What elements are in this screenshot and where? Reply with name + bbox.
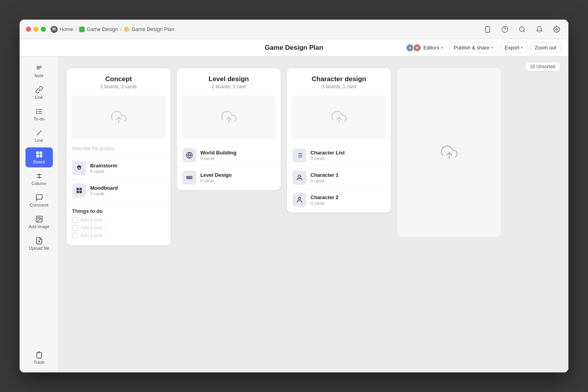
todo-item-3[interactable]: Add a task...: [72, 233, 165, 238]
character-list-count: 0 cards: [310, 156, 385, 161]
sidebar-item-add-image[interactable]: Add image: [25, 212, 53, 232]
sidebar-label-add-image: Add image: [29, 224, 49, 229]
board-item-character-2[interactable]: Character 2 0 cards: [287, 189, 391, 211]
todos-title: Things to do: [72, 208, 165, 214]
zoom-out-label: Zoom out: [535, 45, 556, 51]
svg-point-2: [502, 26, 508, 32]
brainstorm-icon: [76, 165, 83, 172]
breadcrumb-plan[interactable]: Game Design Plan: [124, 26, 174, 32]
sidebar-label-comment: Comment: [30, 203, 49, 207]
comment-icon: [35, 194, 43, 201]
minimize-button[interactable]: [33, 27, 38, 32]
sidebar-item-todo[interactable]: To-do: [25, 104, 53, 124]
sidebar-item-comment[interactable]: Comment: [25, 191, 53, 211]
moodboard-name: Moodboard: [90, 185, 165, 191]
sidebar-label-board: Board: [33, 160, 45, 164]
brainstorm-name: Brainstorm: [90, 163, 165, 169]
plan-label[interactable]: Game Design Plan: [131, 26, 174, 32]
board-icon: [35, 151, 43, 158]
publish-share-label: Publish & share: [454, 45, 489, 51]
svg-rect-16: [36, 155, 39, 158]
moodboard-icon-wrap: [72, 183, 86, 198]
svg-rect-31: [80, 191, 82, 193]
breadcrumb-game-design[interactable]: Game Design: [79, 26, 118, 32]
game-design-label[interactable]: Game Design: [87, 26, 118, 32]
device-icon[interactable]: [482, 24, 493, 35]
todo-item-2[interactable]: Add a task...: [72, 225, 165, 230]
plan-dot: [124, 27, 129, 32]
editors-button[interactable]: A B Editors ▾: [403, 42, 446, 54]
search-icon[interactable]: [517, 24, 528, 35]
todo-text-2: Add a task...: [80, 225, 107, 230]
sidebar-item-link[interactable]: Link: [25, 83, 53, 103]
zoom-out-button[interactable]: Zoom out: [530, 42, 561, 53]
editor-avatars: A B: [406, 44, 421, 52]
todo-checkbox-2[interactable]: [72, 225, 78, 230]
board-level-upload[interactable]: [181, 96, 276, 139]
character-2-info: Character 2 0 cards: [310, 194, 385, 205]
close-button[interactable]: [26, 27, 31, 32]
maximize-button[interactable]: [41, 27, 46, 32]
traffic-lights: [26, 27, 46, 32]
breadcrumb: M Home / Game Design / Game Design Plan: [51, 26, 174, 33]
sidebar-item-upload-file[interactable]: Upload file: [25, 234, 53, 254]
sidebar-item-trash[interactable]: Trash: [25, 348, 53, 368]
brainstorm-count: 0 cards: [90, 169, 165, 174]
svg-point-27: [79, 167, 80, 168]
publish-share-button[interactable]: Publish & share ▾: [449, 42, 497, 53]
empty-upload-icon: [439, 144, 460, 161]
brainstorm-info: Brainstorm 0 cards: [90, 163, 165, 174]
editors-chevron: ▾: [441, 45, 443, 50]
sidebar-item-note[interactable]: Note: [25, 61, 53, 81]
character-2-icon-wrap: [292, 193, 307, 207]
sidebar-item-board[interactable]: Board: [25, 147, 53, 167]
todo-item-1[interactable]: Add a task...: [72, 217, 165, 223]
board-character-subtitle: 3 boards, 1 card: [293, 84, 385, 89]
content: Note Link To-do: [20, 56, 568, 372]
breadcrumb-home[interactable]: M Home: [51, 26, 73, 33]
line-icon: [35, 129, 43, 137]
todo-checkbox-1[interactable]: [72, 217, 78, 223]
sidebar-item-line[interactable]: Line: [25, 126, 53, 146]
level-design-icon: [186, 174, 193, 181]
link-icon: [35, 86, 43, 94]
board-concept-subtitle: 2 boards, 2 cards: [73, 84, 164, 89]
empty-board[interactable]: [397, 68, 501, 237]
board-item-world-building[interactable]: World Building 0 cards: [177, 144, 281, 167]
editors-label: Editors: [423, 45, 439, 51]
notification-icon[interactable]: [534, 24, 545, 35]
page-title: Game Design Plan: [265, 44, 323, 52]
character-1-info: Character 1 0 cards: [310, 172, 385, 183]
breadcrumb-sep-2: /: [120, 26, 122, 32]
board-item-level-design[interactable]: Level Design 0 cards: [177, 167, 281, 189]
help-icon[interactable]: [499, 24, 510, 35]
board-concept-header: Concept 2 boards, 2 cards: [67, 68, 171, 92]
titlebar: M Home / Game Design / Game Design Plan: [20, 20, 568, 39]
board-concept-description: Describe the project: [67, 143, 171, 156]
trash-icon: [35, 351, 43, 359]
board-item-character-list[interactable]: Character List 0 cards: [287, 144, 391, 167]
moodboard-count: 0 cards: [90, 191, 165, 196]
board-character-upload[interactable]: [292, 96, 386, 139]
export-button[interactable]: Export ▾: [501, 42, 528, 53]
board-concept-items: Brainstorm 0 cards: [67, 156, 171, 203]
todo-text-3: Add a task...: [80, 233, 107, 238]
moodboard-info: Moodboard 0 cards: [90, 185, 165, 196]
board-concept: Concept 2 boards, 2 cards Describe the p…: [67, 68, 171, 245]
boards-container: Concept 2 boards, 2 cards Describe the p…: [67, 68, 561, 245]
svg-rect-30: [76, 191, 79, 193]
board-item-character-1[interactable]: Character 1 0 cards: [287, 167, 391, 189]
svg-rect-28: [76, 188, 79, 190]
todo-checkbox-3[interactable]: [72, 233, 78, 238]
menubar-right: A B Editors ▾ Publish & share ▾ Export ▾…: [403, 42, 561, 54]
sidebar-item-column[interactable]: Column: [25, 169, 53, 189]
board-concept-title: Concept: [73, 75, 164, 83]
board-concept-upload[interactable]: [71, 96, 166, 139]
board-level-header: Level design 2 boards, 1 card: [177, 68, 281, 92]
moodboard-icon: [76, 187, 83, 194]
board-item-moodboard[interactable]: Moodboard 0 cards: [67, 180, 171, 201]
board-item-brainstorm[interactable]: Brainstorm 0 cards: [67, 157, 171, 180]
settings-icon[interactable]: [551, 24, 562, 35]
home-label[interactable]: Home: [60, 26, 73, 32]
avatar-2: B: [413, 44, 421, 52]
